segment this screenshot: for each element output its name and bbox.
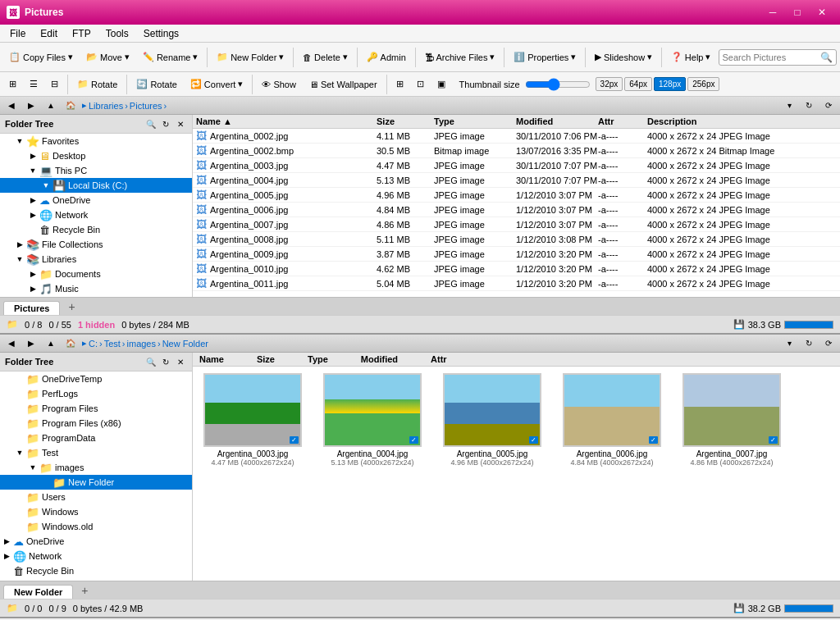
pane2-back-button[interactable]: ◀: [3, 336, 20, 351]
list-row[interactable]: 🖼Argentina_0008.jpg 5.11 MB JPEG image 1…: [193, 232, 840, 247]
tree2-close-button[interactable]: ✕: [174, 355, 187, 368]
tree1-onedrive[interactable]: ▶ ☁ OneDrive: [0, 193, 192, 207]
tree1-libraries[interactable]: ▼ 📚 Libraries: [0, 252, 192, 267]
breadcrumb-libraries[interactable]: Libraries: [89, 101, 123, 111]
pane2-add-tab-button[interactable]: +: [75, 582, 94, 599]
th-name[interactable]: Name: [199, 354, 224, 364]
delete-button[interactable]: 🗑 Delete ▾: [297, 48, 354, 66]
close-button[interactable]: ✕: [810, 3, 833, 21]
tree2-images[interactable]: ▼ 📁 images: [0, 460, 192, 475]
tree1-favorites[interactable]: ▼ ⭐ Favorites: [0, 134, 192, 148]
col-modified[interactable]: Modified: [516, 116, 598, 126]
tree2-refresh-button[interactable]: ↻: [159, 355, 172, 368]
pane1-sync-button[interactable]: ⟳: [820, 98, 837, 113]
maximize-button[interactable]: □: [786, 3, 809, 21]
thumbnail-item[interactable]: ✓ Argentina_0003.jpg 4.47 MB (4000x2672x…: [199, 373, 306, 467]
pane1-forward-button[interactable]: ▶: [23, 98, 39, 113]
list-row[interactable]: 🖼Argentina_0009.jpg 3.87 MB JPEG image 1…: [193, 247, 840, 262]
tree1-desktop[interactable]: ▶ 🖥 Desktop: [0, 148, 192, 163]
list-row[interactable]: 🖼Argentina_0006.jpg 4.84 MB JPEG image 1…: [193, 203, 840, 217]
tree1-file-collections[interactable]: ▶ 📚 File Collections: [0, 237, 192, 252]
pane2-up-button[interactable]: ▲: [43, 336, 59, 351]
admin-button[interactable]: 🔑 Admin: [361, 48, 412, 66]
col-attr[interactable]: Attr: [598, 116, 647, 126]
thumb-size-btn-2[interactable]: ⊡: [411, 76, 430, 92]
search-box[interactable]: 🔍: [719, 49, 837, 66]
tree2-search-button[interactable]: 🔍: [144, 355, 158, 368]
pane2-refresh-button[interactable]: ↻: [801, 336, 817, 351]
tree2-windows-old[interactable]: 📁 Windows.old: [0, 519, 192, 534]
tree2-test[interactable]: ▼ 📁 Test: [0, 445, 192, 460]
pane1-dropdown-button[interactable]: ▾: [781, 98, 797, 113]
th-size[interactable]: Size: [257, 354, 275, 364]
th-attr[interactable]: Attr: [431, 354, 447, 364]
copy-files-button[interactable]: 📋 Copy Files ▾: [3, 48, 79, 66]
tree2-programfiles-x86[interactable]: 📁 Program Files (x86): [0, 416, 192, 431]
list-row[interactable]: 🖼Argentina_0011.jpg 5.04 MB JPEG image 1…: [193, 276, 840, 291]
tree2-windows[interactable]: 📁 Windows: [0, 504, 192, 519]
size-128-button[interactable]: 128px: [654, 77, 686, 91]
tree1-close-button[interactable]: ✕: [174, 117, 187, 130]
folder-button[interactable]: 📁 Rotate: [71, 75, 123, 93]
pane1-add-tab-button[interactable]: +: [62, 299, 81, 315]
list-row[interactable]: 🖼Argentina_0010.jpg 4.62 MB JPEG image 1…: [193, 262, 840, 276]
menu-ftp[interactable]: FTP: [66, 26, 98, 41]
thumb-size-btn-1[interactable]: ⊞: [390, 76, 409, 92]
rotate-button[interactable]: 🔄 Rotate: [130, 75, 182, 93]
show-button[interactable]: 👁 Show: [256, 76, 302, 93]
list-row[interactable]: 🖼Argentina_0003.jpg 4.47 MB JPEG image 3…: [193, 158, 840, 173]
breadcrumb2-test[interactable]: Test: [104, 339, 121, 349]
tree1-recycle-bin[interactable]: 🗑 Recycle Bin: [0, 222, 192, 237]
th-type[interactable]: Type: [308, 354, 328, 364]
thumbnail-slider[interactable]: [525, 78, 591, 91]
list-row[interactable]: 🖼Argentina_0002.bmp 30.5 MB Bitmap image…: [193, 144, 840, 158]
thumbnail-item[interactable]: ✓ Argentina_0007.jpg 4.86 MB (4000x2672x…: [678, 373, 785, 467]
pane2-dropdown-button[interactable]: ▾: [781, 336, 797, 351]
list-row[interactable]: 🖼Argentina_0005.jpg 4.96 MB JPEG image 1…: [193, 188, 840, 203]
set-wallpaper-button[interactable]: 🖥 Set Wallpaper: [304, 76, 383, 93]
menu-settings[interactable]: Settings: [137, 26, 185, 41]
size-256-button[interactable]: 256px: [687, 77, 719, 91]
list-row[interactable]: 🖼Argentina_0004.jpg 5.13 MB JPEG image 3…: [193, 173, 840, 188]
breadcrumb-pictures[interactable]: Pictures: [130, 101, 162, 111]
breadcrumb2-c[interactable]: C:: [89, 339, 98, 349]
menu-tools[interactable]: Tools: [99, 26, 135, 41]
breadcrumb2-images[interactable]: images: [127, 339, 156, 349]
minimize-button[interactable]: ─: [761, 3, 784, 21]
convert-button[interactable]: 🔁 Convert ▾: [185, 75, 249, 93]
thumbnail-item[interactable]: ✓ Argentina_0005.jpg 4.96 MB (4000x2672x…: [439, 373, 546, 467]
pane2-home-button[interactable]: 🏠: [62, 336, 79, 351]
thumb-size-btn-3[interactable]: ▣: [431, 76, 451, 92]
list-row[interactable]: 🖼Argentina_0002.jpg 4.11 MB JPEG image 3…: [193, 129, 840, 144]
th-modified[interactable]: Modified: [361, 354, 398, 364]
rename-button[interactable]: ✏️ Rename ▾: [137, 48, 204, 66]
list-row[interactable]: 🖼Argentina_0007.jpg 4.86 MB JPEG image 1…: [193, 217, 840, 232]
tree1-refresh-button[interactable]: ↻: [159, 117, 172, 130]
archive-files-button[interactable]: 🗜 Archive Files ▾: [419, 48, 501, 66]
tree2-programdata[interactable]: 📁 ProgramData: [0, 431, 192, 445]
col-desc[interactable]: Description: [647, 116, 837, 126]
tree2-users[interactable]: 📁 Users: [0, 490, 192, 504]
col-name[interactable]: Name ▲: [196, 116, 377, 126]
size-64-button[interactable]: 64px: [624, 77, 652, 91]
pane1-refresh-button[interactable]: ↻: [801, 98, 817, 113]
pane2-tab-new-folder[interactable]: New Folder: [3, 585, 73, 599]
tree2-programfiles[interactable]: 📁 Program Files: [0, 401, 192, 416]
tree1-search-button[interactable]: 🔍: [144, 117, 158, 130]
help-button[interactable]: ❓ Help ▾: [665, 48, 717, 66]
thumbnail-item[interactable]: ✓ Argentina_0004.jpg 5.13 MB (4000x2672x…: [319, 373, 426, 467]
pane2-forward-button[interactable]: ▶: [23, 336, 39, 351]
pane1-back-button[interactable]: ◀: [3, 98, 20, 113]
pane1-tab-pictures[interactable]: Pictures: [3, 301, 60, 315]
menu-edit[interactable]: Edit: [34, 26, 64, 41]
search-icon[interactable]: 🔍: [820, 52, 833, 63]
tree2-new-folder[interactable]: 📁 New Folder: [0, 475, 192, 490]
breadcrumb2-newfolder[interactable]: New Folder: [162, 339, 208, 349]
new-folder-button[interactable]: 📁 New Folder ▾: [211, 48, 290, 66]
pane2-sync-button[interactable]: ⟳: [820, 336, 837, 351]
tree1-this-pc[interactable]: ▼ 💻 This PC: [0, 163, 192, 178]
tree1-network[interactable]: ▶ 🌐 Network: [0, 207, 192, 222]
tree1-documents[interactable]: ▶ 📁 Documents: [0, 267, 192, 281]
view-layout-btn-1[interactable]: ⊞: [3, 76, 22, 92]
tree2-perflogs[interactable]: 📁 PerfLogs: [0, 386, 192, 401]
